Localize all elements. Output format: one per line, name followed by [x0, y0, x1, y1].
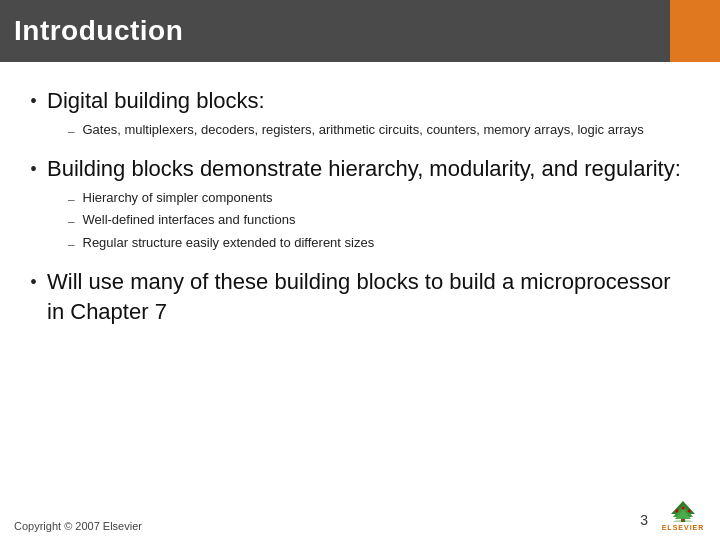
sub-bullets-2: – Hierarchy of simpler components – Well… — [68, 188, 690, 254]
bullet-dot-1: • — [30, 88, 37, 114]
sub-dash-2-2: – — [68, 211, 75, 231]
sub-dash-2-3: – — [68, 234, 75, 254]
bullet-main-1: • Digital building blocks: — [30, 86, 690, 116]
slide: Introduction • Digital building blocks: … — [0, 0, 720, 540]
header-accent-bar — [670, 0, 720, 62]
bullet-text-3: Will use many of these building blocks t… — [47, 267, 690, 326]
bullet-item-3: • Will use many of these building blocks… — [30, 267, 690, 326]
bullet-dot-3: • — [30, 269, 37, 295]
slide-footer: Copyright © 2007 Elsevier 3 ELSEVIER — [0, 492, 720, 540]
sub-text-2-1: Hierarchy of simpler components — [83, 188, 273, 208]
sub-bullet-1-1: – Gates, multiplexers, decoders, registe… — [68, 120, 690, 141]
slide-content: • Digital building blocks: – Gates, mult… — [0, 62, 720, 492]
elsevier-tree-icon — [663, 500, 703, 522]
bullet-main-2: • Building blocks demonstrate hierarchy,… — [30, 154, 690, 184]
elsevier-text: ELSEVIER — [662, 524, 705, 531]
sub-bullets-1: – Gates, multiplexers, decoders, registe… — [68, 120, 690, 141]
svg-point-7 — [682, 506, 685, 509]
sub-text-2-3: Regular structure easily extended to dif… — [83, 233, 375, 253]
sub-dash-1-1: – — [68, 121, 75, 141]
bullet-text-2: Building blocks demonstrate hierarchy, m… — [47, 154, 681, 184]
bullet-item-1: • Digital building blocks: – Gates, mult… — [30, 86, 690, 140]
copyright-text: Copyright © 2007 Elsevier — [14, 520, 142, 532]
slide-title: Introduction — [14, 15, 183, 47]
sub-bullet-2-2: – Well-defined interfaces and functions — [68, 210, 690, 231]
svg-point-5 — [676, 509, 679, 512]
svg-point-6 — [688, 509, 691, 512]
bullet-dot-2: • — [30, 156, 37, 182]
bullet-main-3: • Will use many of these building blocks… — [30, 267, 690, 326]
sub-bullet-2-3: – Regular structure easily extended to d… — [68, 233, 690, 254]
sub-text-1-1: Gates, multiplexers, decoders, registers… — [83, 120, 644, 140]
page-number: 3 — [640, 512, 648, 528]
bullet-item-2: • Building blocks demonstrate hierarchy,… — [30, 154, 690, 253]
sub-text-2-2: Well-defined interfaces and functions — [83, 210, 296, 230]
svg-point-1 — [673, 520, 693, 522]
sub-bullet-2-1: – Hierarchy of simpler components — [68, 188, 690, 209]
elsevier-logo: ELSEVIER — [656, 496, 710, 534]
slide-header: Introduction — [0, 0, 720, 62]
bullet-text-1: Digital building blocks: — [47, 86, 265, 116]
sub-dash-2-1: – — [68, 189, 75, 209]
